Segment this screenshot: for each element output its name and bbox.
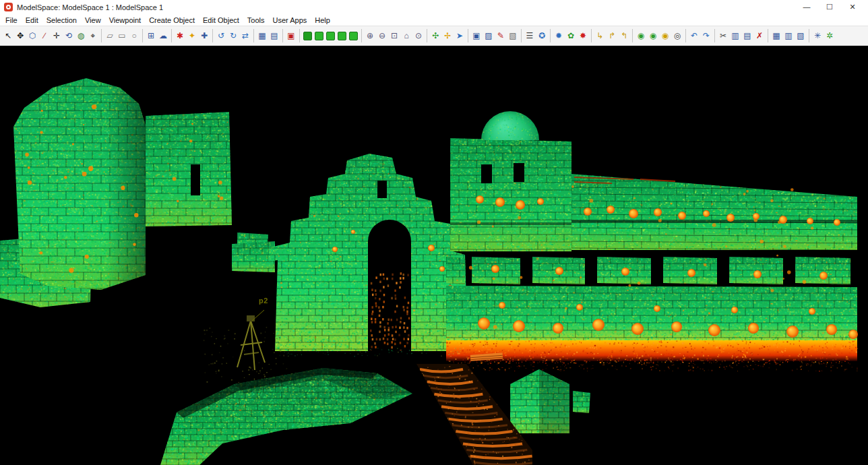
tile-horizontal-icon[interactable]: ▦ [770, 29, 782, 42]
menu-tools[interactable]: Tools [243, 16, 269, 24]
modelspace-window: ModelSpace: ModelSpace 1 : ModelSpace 1 … [0, 0, 868, 465]
paste-icon[interactable]: ▤ [741, 29, 753, 42]
delete-inside-icon[interactable]: ▨ [483, 29, 495, 42]
toolbar-separator [632, 29, 633, 42]
table-view-icon[interactable]: ▤ [268, 29, 280, 42]
settings-gear-icon[interactable]: ✳ [811, 29, 824, 42]
translate-icon[interactable]: ✛ [51, 29, 63, 42]
merge-clouds-icon[interactable]: ▧ [507, 29, 519, 42]
target-add-icon[interactable]: ✦ [186, 29, 198, 42]
delete-icon[interactable]: ✗ [753, 29, 766, 42]
box-tool-icon[interactable]: ▭ [116, 29, 128, 42]
line-pick-icon[interactable]: ∕ [38, 29, 51, 42]
viewport: p2 [0, 46, 868, 465]
density-toggle-4-icon[interactable] [338, 32, 346, 40]
copy-fence-icon[interactable]: ▣ [470, 29, 483, 42]
window-title: ModelSpace: ModelSpace 1 : ModelSpace 1 [17, 3, 163, 11]
patch-tool-icon[interactable]: ▱ [104, 29, 116, 42]
menu-bar: FileEditSelectionViewViewpointCreate Obj… [0, 14, 868, 26]
minimize-button[interactable]: — [795, 0, 818, 14]
toolbar-separator [361, 29, 362, 42]
menu-view[interactable]: View [81, 16, 105, 24]
copy-icon[interactable]: ▥ [729, 29, 741, 42]
swap-view-icon[interactable]: ⇄ [239, 29, 251, 42]
toolbar-separator [521, 29, 522, 42]
scan-list-icon[interactable]: ☰ [524, 29, 536, 42]
clouds-visible-icon[interactable]: ◉ [647, 29, 659, 42]
menu-selection[interactable]: Selection [42, 16, 81, 24]
maximize-button[interactable]: ☐ [818, 0, 841, 14]
measure-icon[interactable]: ✢ [441, 29, 454, 42]
redo-icon[interactable]: ↷ [700, 29, 712, 42]
axis-y-icon[interactable]: ↱ [606, 29, 618, 42]
tile-vertical-icon[interactable]: ▥ [782, 29, 795, 42]
seek-point-icon[interactable]: ⌖ [87, 29, 99, 42]
undo-icon[interactable]: ↶ [688, 29, 700, 42]
cut-icon[interactable]: ✂ [717, 29, 729, 42]
title-bar[interactable]: ModelSpace: ModelSpace 1 : ModelSpace 1 … [0, 0, 868, 14]
menu-file[interactable]: File [1, 16, 22, 24]
scanner-control-icon[interactable]: ▣ [285, 29, 297, 42]
toolbar-separator [171, 29, 172, 42]
toolbar-separator [142, 29, 143, 42]
meshes-visible-icon[interactable]: ◉ [659, 29, 671, 42]
circle-tool-icon[interactable]: ○ [128, 29, 140, 42]
zoom-previous-icon[interactable]: ⊙ [412, 29, 425, 42]
app-icon[interactable] [4, 3, 13, 11]
axis-x-icon[interactable]: ↳ [594, 29, 606, 42]
density-toggle-2-icon[interactable] [315, 32, 323, 40]
grid-view-icon[interactable]: ▦ [256, 29, 268, 42]
toolbar-separator [212, 29, 213, 42]
density-toggle-5-icon[interactable] [349, 32, 358, 40]
image-capture-icon[interactable]: ✸ [577, 29, 589, 42]
close-button[interactable]: ✕ [841, 0, 864, 14]
density-toggle-1-icon[interactable] [303, 32, 312, 40]
toolbar-separator [714, 29, 715, 42]
toolbar-separator [550, 29, 551, 42]
toolbar-separator [427, 29, 427, 42]
toolbar-separator [685, 29, 686, 42]
cloud-icon[interactable]: ☁ [157, 29, 169, 42]
probe-icon[interactable]: ➤ [454, 29, 466, 42]
rotate-view-icon[interactable]: ⟲ [63, 29, 75, 42]
toolbar-separator [809, 29, 809, 42]
density-toggle-3-icon[interactable] [326, 32, 335, 40]
toolbar-separator [101, 29, 102, 42]
point-annotation[interactable]: p2 [259, 297, 268, 305]
select-arrow-icon[interactable]: ↖ [2, 29, 14, 42]
modelspace-icon[interactable]: ⊞ [145, 29, 157, 42]
toolbar-separator [468, 29, 468, 42]
pan-hand-icon[interactable]: ✥ [14, 29, 26, 42]
menu-edit-object[interactable]: Edit Object [199, 16, 243, 24]
menu-help[interactable]: Help [311, 16, 334, 24]
zoom-window-icon[interactable]: ⊡ [388, 29, 400, 42]
toolbar-separator [299, 29, 300, 42]
menu-user-apps[interactable]: User Apps [269, 16, 311, 24]
zoom-in-icon[interactable]: ⊕ [364, 29, 376, 42]
annotate-icon[interactable]: ✎ [495, 29, 507, 42]
constraint-icon[interactable]: ✚ [198, 29, 210, 42]
fit-object-icon[interactable]: ✣ [429, 29, 441, 42]
texture-map-icon[interactable]: ✿ [565, 29, 577, 42]
render-mode-icon[interactable]: ✹ [553, 29, 565, 42]
toolbar-separator [282, 29, 283, 42]
rotate-left-icon[interactable]: ↺ [215, 29, 227, 42]
fence-select-icon[interactable]: ⬡ [26, 29, 38, 42]
window-controls: —☐✕ [795, 0, 864, 14]
points-visible-icon[interactable]: ◉ [635, 29, 647, 42]
registration-icon[interactable]: ✱ [174, 29, 186, 42]
toolbar-separator [253, 29, 254, 42]
cascade-icon[interactable]: ▧ [795, 29, 807, 42]
zoom-extents-icon[interactable]: ⌂ [400, 29, 412, 42]
menu-edit[interactable]: Edit [22, 16, 42, 24]
globe-view-icon[interactable]: ◍ [75, 29, 87, 42]
zoom-out-icon[interactable]: ⊖ [376, 29, 388, 42]
objects-visible-icon[interactable]: ◎ [671, 29, 683, 42]
menu-viewpoint[interactable]: Viewpoint [105, 16, 146, 24]
modelspace-canvas[interactable] [0, 46, 868, 465]
axis-z-icon[interactable]: ↰ [618, 29, 630, 42]
apps-icon[interactable]: ✲ [824, 29, 836, 42]
menu-create-object[interactable]: Create Object [145, 16, 199, 24]
station-icon[interactable]: ✪ [536, 29, 548, 42]
rotate-right-icon[interactable]: ↻ [227, 29, 239, 42]
